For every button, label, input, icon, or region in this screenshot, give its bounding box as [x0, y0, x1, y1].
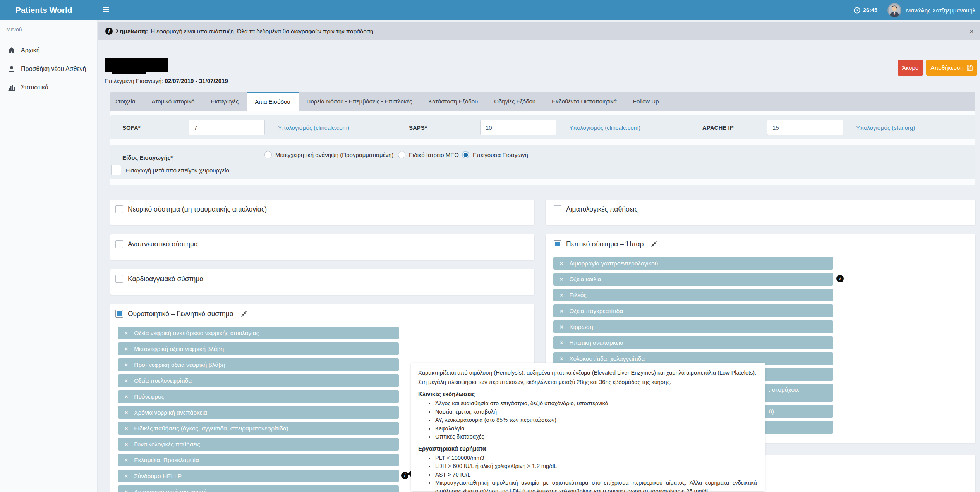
radio-button-selected[interactable] — [462, 151, 469, 158]
radio-button[interactable] — [264, 151, 272, 158]
sofa-label: SOFA* — [122, 124, 141, 131]
tab-stoixeia[interactable]: Στοιχεία — [110, 92, 144, 111]
selected-admission: Επιλεγμένη Εισαγωγή: 02/07/2019 - 31/07/… — [105, 77, 228, 84]
user-name[interactable]: Μανώλης Χατζηεμμανουήλ — [906, 7, 975, 14]
tag-remove-icon[interactable]: × — [125, 425, 128, 432]
sidebar-item-label: Στατιστικά — [21, 84, 48, 91]
sidebar-item-statistics[interactable]: Στατιστικά — [0, 78, 97, 97]
emergency-surgery-label: Εισαγωγή μετά από επείγον χειρουργείο — [125, 167, 229, 174]
tab-aitia-eisodou[interactable]: Αιτία Εισόδου — [247, 92, 298, 111]
saps-label: SAPS* — [409, 124, 427, 131]
section-card-cardiovascular: Καρδιοαγγειακό σύστημα — [110, 269, 534, 295]
section-card-nervous: Νευρικό σύστημα (μη τραυματικής αιτιολογ… — [110, 200, 534, 225]
tag: ×Οξεία παγκρεατίτιδα — [553, 304, 833, 317]
radio-postop-recovery[interactable]: Μετεγχειρητική ανάνηψη (Προγραμματισμένη… — [264, 151, 393, 158]
home-icon — [8, 47, 15, 53]
collapse-icon[interactable] — [241, 311, 247, 317]
user-avatar[interactable] — [887, 3, 901, 17]
tag: ×Αιμορραγία γαστροεντερολογικού — [553, 257, 833, 270]
notice-text: Η εφαρμογή είναι υπο ανάπτυξη. Όλα τα δε… — [151, 28, 375, 34]
save-button[interactable]: Αποθήκευση — [926, 60, 977, 76]
tag: ×Κίρρωση — [553, 320, 833, 333]
tab-poreia-nosou[interactable]: Πορεία Νόσου - Επεμβάσεις - Επιπλοκές — [299, 92, 420, 111]
tag-remove-icon[interactable]: × — [125, 362, 128, 368]
section-card-respiratory: Αναπνευστικό σύστημα — [110, 234, 534, 260]
emergency-surgery-checkbox[interactable] — [111, 165, 121, 175]
tooltip-clinical-list: Άλγος και ευαισθησία στο επιγάστριο, δεξ… — [434, 399, 757, 441]
saps-calc-link[interactable]: Υπολογισμός (clincalc.com) — [569, 124, 640, 131]
tooltip-clinical-title: Κλινικές εκδηλώσεις — [418, 391, 757, 397]
tag: ×Οξεία πυελονεφρίτιδα — [118, 374, 399, 387]
sofa-input[interactable] — [189, 120, 265, 135]
tag: ×Οξεία νεφρική ανεπάρκεια νεφρικής αιτιο… — [118, 327, 399, 339]
section-checkbox[interactable] — [115, 275, 123, 283]
hamburger-menu-icon[interactable] — [102, 7, 110, 13]
tag-remove-icon[interactable]: × — [560, 292, 563, 298]
tag-remove-icon[interactable]: × — [125, 441, 128, 447]
sidebar-item-home[interactable]: Αρχική — [0, 41, 97, 60]
tag-remove-icon[interactable]: × — [125, 330, 128, 336]
tag: ×Πυόνεφρος — [118, 390, 399, 403]
apache-calc-link[interactable]: Υπολογισμός (sfar.org) — [856, 124, 915, 131]
tag: ×Προ- νεφρική οξεία νεφρική βλάβη — [118, 358, 399, 371]
radio-icu-clinic[interactable]: Ειδικό Ιατρείο ΜΕΘ — [398, 151, 459, 158]
tag-remove-icon[interactable]: × — [125, 457, 128, 463]
tag: ×Εκλαμψία, Προεκλαμψία — [118, 454, 399, 466]
sofa-calc-link[interactable]: Υπολογισμός (clincalc.com) — [278, 124, 349, 131]
tag: ×Ειλεός — [553, 289, 833, 301]
radio-button[interactable] — [398, 151, 405, 158]
tag-remove-icon[interactable]: × — [560, 260, 563, 267]
cancel-button[interactable]: Άκυρο — [898, 60, 923, 76]
tag-remove-icon[interactable]: × — [560, 324, 563, 330]
section-checkbox[interactable] — [115, 240, 123, 248]
tooltip-arrow-icon — [408, 471, 411, 477]
tab-pistopoiitika[interactable]: Εκδοθέντα Πιστοποιητικά — [544, 92, 625, 111]
sidebar-item-label: Αρχική — [21, 47, 40, 54]
tag-remove-icon[interactable]: × — [125, 394, 128, 400]
admission-type-panel: Είδος Εισαγωγής* Μετεγχειρητική ανάνηψη … — [110, 145, 975, 179]
info-icon[interactable]: i — [836, 275, 844, 282]
session-time-value: 26:45 — [863, 7, 877, 13]
tag-remove-icon[interactable]: × — [560, 276, 563, 282]
development-notice-bar: i Σημείωση: Η εφαρμογή είναι υπο ανάπτυξ… — [98, 22, 980, 40]
tag: ×Ειδικές παθήσεις (όγκος, αγγειίτιδα, σπ… — [118, 422, 399, 435]
sidebar: Μενού Αρχική Προσθήκη νέου Ασθενή Στατισ… — [0, 20, 98, 492]
tag: ×Γυναικολογικές παθήσεις — [118, 438, 399, 451]
collapse-icon[interactable] — [651, 241, 657, 247]
tab-odigies-exodou[interactable]: Οδηγίες Εξόδου — [486, 92, 544, 111]
tag: ×Μετανεφρική οξεία νεφρική βλάβη — [118, 342, 399, 355]
saps-input[interactable] — [480, 120, 556, 135]
tag: ×Αιμορραγία μετά τον τοκετό — [118, 485, 399, 492]
tag-remove-icon[interactable]: × — [560, 356, 563, 362]
info-icon: i — [105, 28, 113, 35]
tag-remove-icon[interactable]: × — [560, 308, 563, 314]
tag-remove-icon[interactable]: × — [125, 409, 128, 416]
tag-remove-icon[interactable]: × — [560, 340, 563, 346]
tag-remove-icon[interactable]: × — [125, 489, 128, 492]
section-checkbox[interactable] — [115, 205, 123, 213]
section-checkbox-checked[interactable] — [554, 240, 561, 248]
apache-input[interactable] — [767, 120, 843, 135]
tag-remove-icon[interactable]: × — [125, 378, 128, 384]
tooltip-intro: Χαρακτηρίζεται από αιμόλυση (Hemolysis),… — [418, 368, 757, 387]
selected-admission-dates: 02/07/2019 - 31/07/2019 — [165, 77, 228, 84]
navbar-right: 26:45 Μανώλης Χατζηεμμανουήλ — [854, 0, 975, 20]
tag-remove-icon[interactable]: × — [125, 346, 128, 352]
app-brand[interactable]: Patients World — [15, 0, 72, 20]
tab-eisagoges[interactable]: Εισαγωγές — [203, 92, 247, 111]
chart-icon — [8, 84, 15, 91]
section-checkbox[interactable] — [554, 205, 561, 213]
tag-remove-icon[interactable]: × — [125, 473, 128, 479]
tab-atomiko-istoriko[interactable]: Ατομικό Ιστορικό — [144, 92, 203, 111]
radio-emergency-admission[interactable]: Επείγουσα Εισαγωγή — [462, 151, 528, 158]
patient-tabs: Στοιχεία Ατομικό Ιστορικό Εισαγωγές Αιτί… — [110, 92, 975, 111]
sidebar-item-add-patient[interactable]: Προσθήκη νέου Ασθενή — [0, 60, 97, 78]
section-checkbox-checked[interactable] — [115, 310, 123, 318]
emergency-surgery-checkbox-row: Εισαγωγή μετά από επείγον χειρουργείο — [111, 165, 229, 175]
save-icon — [967, 65, 973, 71]
tab-follow-up[interactable]: Follow Up — [625, 92, 667, 111]
close-icon[interactable]: × — [970, 27, 974, 36]
tab-katastasi-exodou[interactable]: Κατάσταση Εξόδου — [420, 92, 486, 111]
notice-prefix: Σημείωση: — [116, 28, 148, 35]
admission-type-label: Είδος Εισαγωγής* — [122, 154, 173, 161]
